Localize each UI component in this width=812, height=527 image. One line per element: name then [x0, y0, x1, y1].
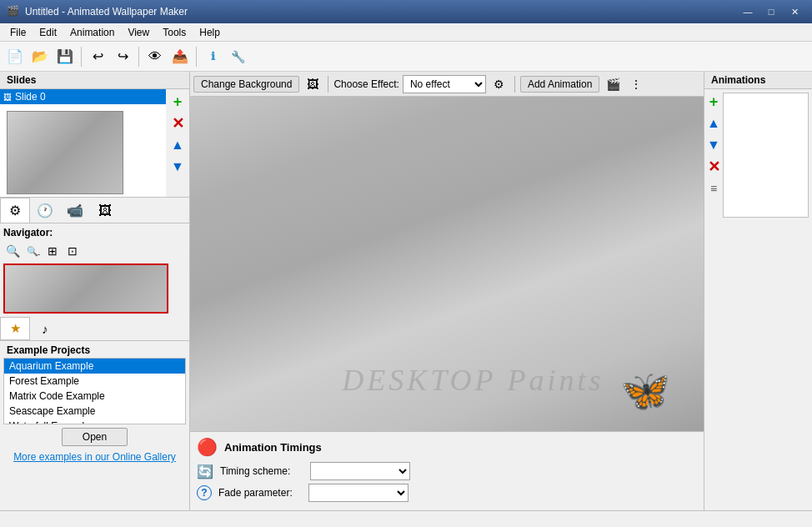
close-button[interactable]: ✕ — [784, 3, 805, 20]
editor-toolbar: Change Background 🖼 Choose Effect: No ef… — [190, 72, 704, 97]
main-toolbar: 📄 📂 💾 ↩ ↪ 👁 📤 ℹ 🔧 — [0, 42, 812, 72]
menu-tools[interactable]: Tools — [156, 25, 193, 40]
scrollbar-icon: ≡ — [710, 182, 717, 195]
titlebar: 🎬 Untitled - Animated Wallpaper Maker — … — [0, 0, 812, 23]
example-tab-music[interactable]: ♪ — [30, 317, 60, 340]
gallery-link[interactable]: More examples in our Online Gallery — [0, 449, 189, 464]
menu-help[interactable]: Help — [193, 25, 227, 40]
zoom-in-button[interactable]: 🔍 — [3, 242, 22, 260]
remove-animation-button[interactable]: ✕ — [704, 158, 723, 176]
effect-select[interactable]: No effect Fade Wipe Zoom — [403, 75, 486, 93]
timings-header: 🔴 Animation Timings — [197, 437, 697, 457]
minus-icon: ✕ — [172, 114, 184, 133]
center-panel: Change Background 🖼 Choose Effect: No ef… — [190, 72, 704, 510]
anim-scroll-button[interactable]: ≡ — [704, 179, 723, 198]
maximize-button[interactable]: □ — [760, 3, 782, 20]
plus-green-icon: + — [709, 93, 719, 111]
preview-button[interactable]: 👁 — [143, 45, 167, 68]
effect-label: Choose Effect: — [333, 78, 399, 90]
editor-separator-2 — [514, 76, 515, 93]
info-button[interactable]: ℹ — [201, 45, 224, 68]
save-button[interactable]: 💾 — [53, 45, 77, 68]
slides-header: Slides — [0, 72, 189, 89]
slides-title: Slides — [7, 74, 36, 86]
fade-param-row: ? Fade parameter: — [197, 484, 697, 502]
timing-scheme-select[interactable] — [310, 462, 410, 480]
nav-tab-video[interactable]: 📹 — [60, 198, 90, 223]
watermark-italic: Paints — [508, 364, 604, 397]
example-item-3[interactable]: Seascape Example — [4, 404, 185, 419]
example-item-4[interactable]: Waterfall Example — [4, 419, 185, 424]
up-arrow-icon: ▲ — [171, 138, 184, 153]
change-bg-label: Change Background — [201, 78, 292, 90]
navigator-preview — [3, 264, 168, 314]
tools-button[interactable]: 🔧 — [226, 45, 249, 68]
add-anim-label: Add Animation — [528, 78, 592, 90]
canvas-watermark: DESKTOP Paints — [342, 363, 604, 398]
undo-button[interactable]: ↩ — [86, 45, 109, 68]
minimize-button[interactable]: — — [737, 3, 759, 20]
nav-tab-clock[interactable]: 🕐 — [30, 198, 60, 223]
menu-file[interactable]: File — [3, 25, 33, 40]
menubar: File Edit Animation View Tools Help — [0, 23, 812, 42]
timings-icon: 🔴 — [197, 437, 218, 457]
remove-slide-button[interactable]: ✕ — [168, 114, 187, 133]
menu-animation[interactable]: Animation — [63, 25, 121, 40]
example-item-1[interactable]: Forest Example — [4, 374, 185, 389]
anim-icon-button[interactable]: 🎬 — [603, 74, 623, 94]
anim-up-button[interactable]: ▲ — [704, 114, 723, 133]
nav-tabs: ⚙ 🕐 📹 🖼 — [0, 198, 189, 223]
window-controls: — □ ✕ — [737, 3, 805, 20]
add-animation-side-button[interactable]: + — [704, 93, 723, 111]
left-panel: Slides 🖼 Slide 0 + ✕ ▲ ▼ ⚙ 🕐 — [0, 72, 190, 510]
more-button[interactable]: ⋮ — [626, 74, 646, 94]
slide-up-button[interactable]: ▲ — [168, 136, 187, 154]
open-button[interactable]: Open — [62, 428, 128, 446]
animations-panel-inner: + ▲ ▼ ✕ ≡ — [704, 89, 812, 221]
toolbar-separator-1 — [81, 47, 82, 67]
example-item-2[interactable]: Matrix Code Example — [4, 389, 185, 404]
animations-list — [723, 93, 809, 218]
menu-edit[interactable]: Edit — [33, 25, 63, 40]
example-tabs: ★ ♪ — [0, 317, 189, 341]
slides-list: 🖼 Slide 0 — [0, 89, 166, 197]
new-button[interactable]: 📄 — [3, 45, 27, 68]
actual-size-button[interactable]: ⊡ — [63, 242, 82, 260]
export-button[interactable]: 📤 — [168, 45, 192, 68]
slides-area: 🖼 Slide 0 + ✕ ▲ ▼ — [0, 89, 189, 198]
fade-param-label: Fade parameter: — [218, 487, 302, 499]
example-item-0[interactable]: Aquarium Example — [4, 359, 185, 374]
anim-down-button[interactable]: ▼ — [704, 136, 723, 154]
redo-button[interactable]: ↪ — [111, 45, 134, 68]
navigator-label: Navigator: — [3, 227, 186, 238]
nav-tab-image[interactable]: 🖼 — [90, 198, 120, 223]
fit-button[interactable]: ⊞ — [43, 242, 62, 260]
plus-icon: + — [173, 93, 183, 111]
slides-side-buttons: + ✕ ▲ ▼ — [166, 89, 189, 197]
change-background-button[interactable]: Change Background — [193, 76, 299, 93]
open-button[interactable]: 📂 — [28, 45, 52, 68]
timing-scheme-label: Timing scheme: — [220, 465, 303, 477]
main-layout: Slides 🖼 Slide 0 + ✕ ▲ ▼ ⚙ 🕐 — [0, 72, 812, 510]
add-animation-button[interactable]: Add Animation — [520, 76, 599, 93]
toolbar-separator-3 — [196, 47, 197, 67]
example-tab-star[interactable]: ★ — [0, 317, 30, 340]
example-projects: Example Projects Aquarium Example Forest… — [0, 341, 189, 464]
menu-view[interactable]: View — [121, 25, 156, 40]
slide-down-button[interactable]: ▼ — [168, 158, 187, 176]
bg-icon-button[interactable]: 🖼 — [303, 74, 323, 94]
statusbar — [0, 510, 812, 527]
down-arrow-icon: ▼ — [171, 159, 184, 174]
example-projects-label: Example Projects — [0, 341, 189, 358]
timing-scheme-row: 🔄 Timing scheme: — [197, 462, 697, 480]
nav-tab-wheel[interactable]: ⚙ — [0, 198, 30, 223]
zoom-out-button[interactable]: 🔍- — [23, 242, 42, 260]
slide-item-0[interactable]: 🖼 Slide 0 — [0, 89, 166, 104]
canvas-area[interactable]: DESKTOP Paints 🦋 — [190, 97, 704, 431]
example-list: Aquarium Example Forest Example Matrix C… — [3, 358, 186, 424]
effect-settings-button[interactable]: ⚙ — [489, 74, 509, 94]
fade-param-select[interactable] — [308, 484, 409, 502]
add-slide-button[interactable]: + — [168, 93, 187, 111]
right-panel: Animations + ▲ ▼ ✕ ≡ — [704, 72, 812, 510]
effect-wrap: Choose Effect: No effect Fade Wipe Zoom — [333, 75, 486, 93]
